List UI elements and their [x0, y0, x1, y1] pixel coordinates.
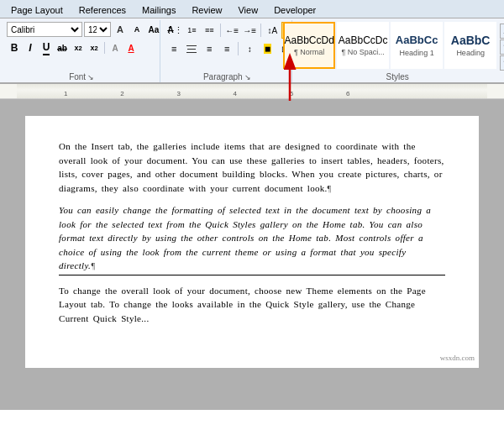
indent-dec-button[interactable]: ←≡: [223, 22, 240, 39]
highlight-button[interactable]: A: [108, 40, 123, 55]
tab-view[interactable]: View: [230, 1, 265, 18]
font-size-select[interactable]: 12: [84, 22, 111, 37]
indent-inc-button[interactable]: →≡: [241, 22, 258, 39]
ribbon-tabs-bar: Page Layout References Mailings Review V…: [0, 0, 504, 18]
document-paragraph-2: You can easily change the formatting of …: [59, 203, 445, 275]
paragraph-group: ⋮⋮ 1≡ ≡≡ ←≡ →≡ ↕A: [162, 20, 292, 82]
strikethrough-button[interactable]: ab: [55, 40, 70, 55]
para-divider3: [238, 42, 239, 55]
styles-scroll-up-button[interactable]: ▲: [500, 24, 504, 39]
line-spacing-button[interactable]: ↕: [241, 40, 258, 57]
numbering-button[interactable]: 1≡: [183, 22, 200, 39]
subscript-button[interactable]: x2: [71, 40, 86, 55]
ruler-body: 1 2 3 4 5 6: [17, 84, 487, 98]
align-left-button[interactable]: ≡: [165, 40, 182, 57]
style-normal-card[interactable]: AaBbCcDd ¶ Normal: [283, 22, 335, 69]
shading-button[interactable]: ◼: [259, 40, 276, 57]
document-area: On the Insert tab, the galleries include…: [0, 99, 504, 410]
para-divider2: [260, 24, 261, 37]
align-right-button[interactable]: ≡: [201, 40, 218, 57]
font-color-button[interactable]: A: [123, 40, 139, 55]
style-nospace-card[interactable]: AaBbCcDc ¶ No Spaci...: [337, 22, 389, 69]
font-group: Calibri 12 A A Aa A B I U ab x2 x2 A: [3, 20, 160, 82]
styles-cards-area: AaBbCcDd ¶ Normal AaBbCcDc ¶ No Spaci...…: [283, 22, 496, 71]
tab-mailings[interactable]: Mailings: [134, 1, 183, 18]
styles-scroll-down-button[interactable]: ▼: [500, 39, 504, 55]
italic-button[interactable]: I: [23, 40, 38, 55]
font-expand-icon[interactable]: ↘: [87, 73, 94, 81]
underline-button[interactable]: U: [39, 40, 54, 55]
font-name-select[interactable]: Calibri: [7, 22, 82, 37]
document-paragraph-3: To change the overall look of your docum…: [59, 284, 445, 326]
styles-nav: ▲ ▼ ▼: [500, 22, 504, 71]
styles-group: AaBbCcDd ¶ Normal AaBbCcDc ¶ No Spaci...…: [294, 20, 501, 82]
tab-page-layout[interactable]: Page Layout: [3, 1, 71, 18]
tab-review[interactable]: Review: [184, 1, 229, 18]
font-divider: [104, 42, 105, 54]
bold-button[interactable]: B: [7, 40, 22, 55]
style-h-card[interactable]: AaBbC Heading: [444, 22, 496, 69]
document-page: On the Insert tab, the galleries include…: [25, 116, 479, 368]
styles-more-button[interactable]: ▼: [500, 55, 504, 71]
grow-font-button[interactable]: A: [113, 22, 128, 37]
ruler: 1 2 3 4 5 6: [0, 84, 504, 99]
align-center-button[interactable]: [183, 40, 200, 57]
watermark: wsxdn.com: [440, 353, 475, 365]
bullets-button[interactable]: ⋮⋮: [165, 22, 182, 39]
shrink-font-button[interactable]: A: [129, 22, 144, 37]
tab-references[interactable]: References: [71, 1, 134, 18]
sort-button[interactable]: ↕A: [264, 22, 281, 39]
tab-developer[interactable]: Developer: [266, 1, 323, 18]
document-paragraph-1: On the Insert tab, the galleries include…: [59, 139, 445, 195]
ribbon: Calibri 12 A A Aa A B I U ab x2 x2 A: [0, 18, 504, 84]
paragraph-expand-icon[interactable]: ↘: [244, 73, 251, 81]
justify-button[interactable]: ≡: [218, 40, 235, 57]
superscript-button[interactable]: x2: [87, 40, 102, 55]
change-case-button[interactable]: Aa: [146, 22, 161, 37]
para-divider1: [220, 24, 221, 37]
multilevel-button[interactable]: ≡≡: [201, 22, 218, 39]
style-h1-card[interactable]: AaBbCc Heading 1: [391, 22, 443, 69]
